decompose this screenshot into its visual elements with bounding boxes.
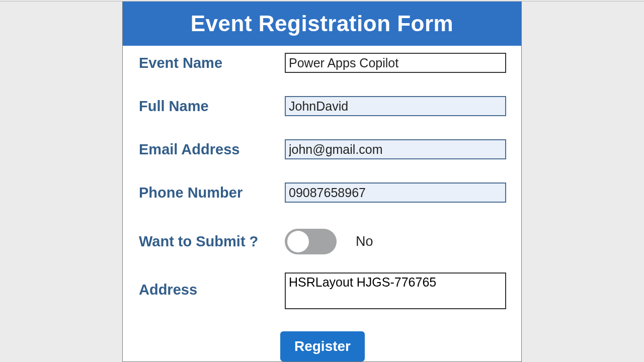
toggle-value-text: No [356, 234, 373, 249]
row-full-name: Full Name [139, 96, 506, 116]
toggle-cell: No [285, 229, 373, 254]
input-full-name[interactable] [285, 96, 506, 116]
label-phone: Phone Number [139, 185, 285, 201]
submit-toggle[interactable] [285, 229, 337, 254]
label-full-name: Full Name [139, 98, 285, 115]
button-row: Register [139, 331, 506, 361]
input-phone[interactable] [285, 183, 506, 203]
label-submit-toggle: Want to Submit ? [139, 233, 285, 250]
input-address[interactable] [285, 273, 506, 309]
toggle-knob [287, 231, 309, 252]
row-submit-toggle: Want to Submit ? No [139, 229, 506, 254]
row-phone: Phone Number [139, 183, 506, 203]
input-event-name[interactable] [285, 53, 506, 73]
label-event-name: Event Name [139, 55, 285, 71]
row-email: Email Address [139, 139, 506, 159]
row-address: Address [139, 273, 506, 309]
input-email[interactable] [285, 139, 506, 159]
row-event-name: Event Name [139, 53, 506, 73]
form-title: Event Registration Form [191, 11, 453, 36]
registration-form-card: Event Registration Form Event Name Full … [122, 2, 522, 362]
label-email: Email Address [139, 141, 285, 158]
form-body: Event Name Full Name Email Address Phone… [123, 46, 521, 361]
page-divider [0, 1, 644, 2]
form-header: Event Registration Form [123, 2, 521, 46]
label-address: Address [139, 273, 285, 298]
register-button[interactable]: Register [280, 331, 365, 361]
